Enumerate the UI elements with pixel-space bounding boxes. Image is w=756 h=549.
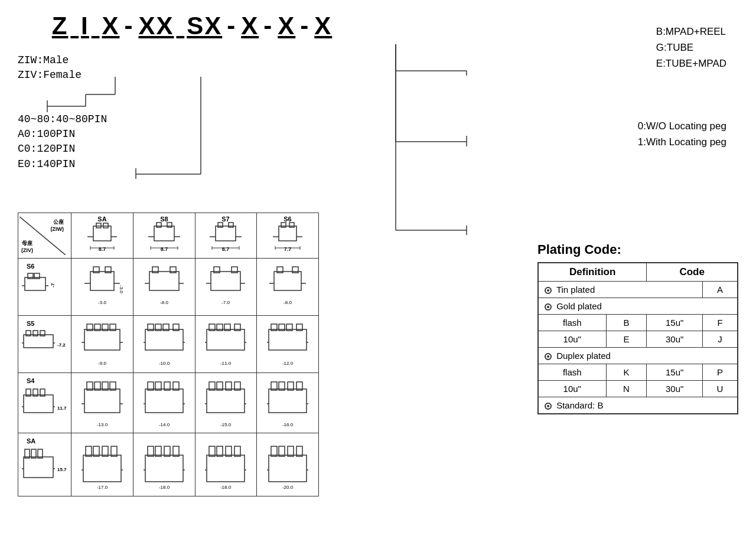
tin-plated-label: Tin plated [538, 282, 702, 298]
s6-s6-svg: -8.0 [267, 263, 308, 310]
s4-s7-svg: -15.0 [205, 374, 246, 430]
svg-text:7.7: 7.7 [284, 246, 292, 252]
svg-text:15.7: 15.7 [57, 467, 67, 472]
duplex-dot-icon [545, 353, 552, 360]
duplex-row-1: flash K 15u" P [538, 364, 738, 381]
pn-x2: X [241, 12, 259, 40]
svg-text:S5: S5 [27, 320, 34, 327]
s5-s8-cell: -10.0 [133, 316, 195, 373]
svg-text:-12.0: -12.0 [282, 361, 294, 366]
pkg-e: E:TUBE+MPAD [656, 55, 726, 71]
pn-dash3: - [263, 12, 273, 40]
gold-col3-2: 30u" [647, 331, 703, 348]
standard-text: Standard: B [556, 400, 603, 410]
sa-row-icon: SA 15.7 [22, 434, 68, 494]
sa-header-svg: SA 8.7 [82, 214, 123, 256]
gold-row-1: flash B 15u" F [538, 315, 738, 331]
standard-row: Standard: B [538, 397, 738, 414]
svg-rect-169 [83, 455, 121, 482]
duplex-col4-1: P [702, 364, 738, 381]
svg-rect-177 [145, 455, 183, 482]
svg-rect-22 [167, 223, 172, 227]
gender-labels: ZIW:Male ZIV:Female [18, 53, 82, 83]
svg-rect-162 [24, 457, 53, 478]
s4-s7-cell: -15.0 [195, 373, 257, 433]
svg-rect-42 [289, 223, 294, 227]
svg-text:-9.0: -9.0 [98, 361, 106, 366]
svg-rect-185 [207, 455, 245, 482]
s6-s8-cell: -8.0 [133, 259, 195, 316]
svg-rect-193 [269, 455, 307, 482]
pn-space2 [92, 12, 100, 40]
s5-sa-cell: -9.0 [71, 316, 133, 373]
spacing-table-container: 公座(ZIW) 母座(ZIV) SA [18, 213, 319, 496]
row-s6-label: S6 -7 [18, 259, 71, 316]
svg-rect-75 [274, 272, 301, 290]
duplex-col1-1: flash [538, 364, 606, 381]
pn-space1 [70, 12, 79, 40]
svg-rect-153 [269, 389, 307, 413]
duplex-col2-1: K [606, 364, 647, 381]
tin-plated-row: Tin plated A [538, 282, 738, 298]
row-sa: SA 15.7 [18, 433, 319, 496]
loc-1: 1:With Locating peg [638, 134, 726, 150]
svg-rect-56 [90, 272, 114, 290]
duplex-col4-2: U [702, 381, 738, 397]
loc-0: 0:W/O Locating peg [638, 118, 726, 134]
pn-x1: X [102, 12, 119, 40]
s4-sa-cell: -13.0 [71, 373, 133, 433]
s4-s8-svg: -14.0 [144, 374, 185, 430]
svg-text:-11.0: -11.0 [220, 361, 232, 366]
pkg-g: G:TUBE [656, 40, 726, 55]
svg-rect-69 [211, 272, 240, 290]
left-section: Z I X - XX SX - X - X - X [18, 12, 348, 537]
svg-text:S8: S8 [160, 215, 168, 223]
gold-col1-1: flash [538, 315, 606, 331]
duplex-col3-2: 30u" [647, 381, 703, 397]
s6-sa-svg: -3.0 -3.0 [82, 263, 123, 310]
tin-code-text: A [717, 285, 723, 295]
plating-title: Plating Code: [537, 242, 738, 257]
svg-rect-122 [24, 395, 53, 413]
s4-s6-svg: -16.0 [267, 374, 308, 430]
svg-rect-97 [145, 329, 183, 350]
svg-rect-50 [25, 277, 45, 290]
svg-rect-89 [84, 329, 120, 350]
svg-rect-32 [229, 223, 233, 227]
ziw-label: ZIW:Male [18, 53, 82, 68]
s4-row-icon: S4 11.7 [22, 374, 68, 430]
plating-section: Plating Code: Definition Code Tin plated [537, 242, 738, 414]
svg-text:-16.0: -16.0 [282, 422, 294, 427]
svg-rect-30 [216, 226, 236, 241]
sa-s7-svg: -18.0 [205, 434, 246, 494]
duplex-col2-2: N [606, 381, 647, 397]
pn-xx: XX [138, 12, 174, 40]
svg-text:-18.0: -18.0 [159, 485, 170, 490]
gold-col4-2: J [702, 331, 738, 348]
plating-table: Definition Code Tin plated A [537, 262, 738, 414]
svg-text:S7: S7 [222, 215, 230, 223]
svg-text:-10.0: -10.0 [159, 361, 170, 366]
pn-x4: X [314, 12, 332, 40]
pn-dash1: - [124, 12, 133, 40]
svg-rect-40 [279, 226, 296, 241]
duplex-col1-2: 10u" [538, 381, 606, 397]
s5-s7-cell: -11.0 [195, 316, 257, 373]
gold-col2-1: B [606, 315, 647, 331]
svg-text:S6: S6 [27, 263, 34, 270]
row-s6: S6 -7 [18, 259, 319, 316]
gold-col4-1: F [702, 315, 738, 331]
svg-text:-13.0: -13.0 [97, 422, 108, 427]
svg-text:-7.2: -7.2 [57, 342, 66, 348]
row-s4: S4 11.7 [18, 373, 319, 433]
locating-labels: 0:W/O Locating peg 1:With Locating peg [638, 118, 726, 150]
duplex-plated-label: Duplex plated [538, 348, 738, 364]
sa-s8-svg: -18.0 [144, 434, 185, 494]
svg-rect-145 [207, 389, 245, 413]
s4-s6-cell: -16.0 [257, 373, 319, 433]
svg-rect-82 [24, 335, 53, 348]
s6-s7-svg: -7.0 [205, 263, 246, 310]
duplex-plated-row: Duplex plated [538, 348, 738, 364]
svg-text:S6: S6 [284, 215, 291, 223]
s4-s8-cell: -14.0 [133, 373, 195, 433]
